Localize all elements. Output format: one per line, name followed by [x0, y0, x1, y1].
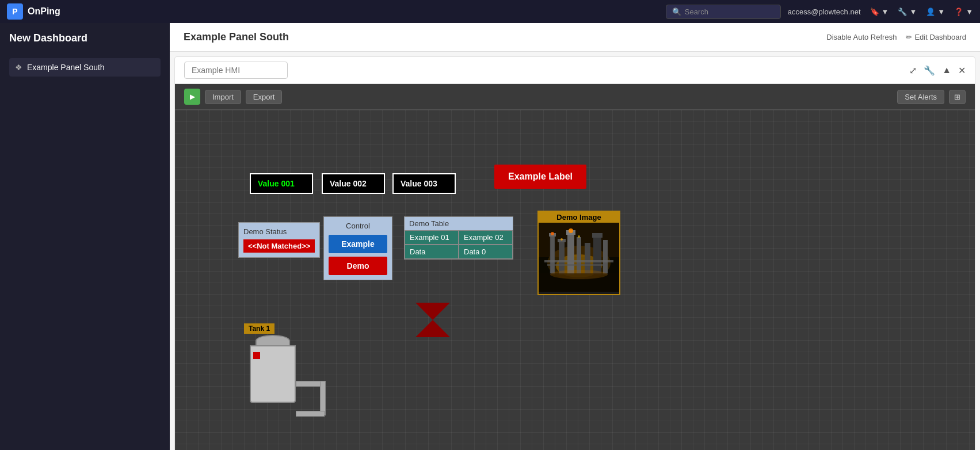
svg-marker-24 [415, 320, 450, 337]
user-icon[interactable]: 👤 ▼ [926, 7, 945, 16]
demo-table-data-row: Data Data 0 [405, 245, 513, 259]
import-button[interactable]: Import [205, 90, 241, 104]
navbar-right: access@plowtech.net 🔖 ▼ 🔧 ▼ 👤 ▼ ❓ ▼ [788, 7, 973, 16]
value-001-box[interactable]: Value 001 [250, 173, 313, 194]
tank-1-element: Tank 1 [244, 323, 302, 404]
hmi-toolbar-right: Set Alerts ⊞ [897, 90, 966, 104]
play-button[interactable]: ▶ [184, 89, 200, 105]
svg-rect-14 [603, 240, 608, 274]
demo-status-title: Demo Status [243, 227, 315, 236]
grid-icon: ⊞ [954, 93, 960, 101]
hmi-canvas: Value 001 Value 002 Value 003 Example La… [175, 110, 975, 450]
hourglass-shape [415, 303, 450, 340]
set-alerts-button[interactable]: Set Alerts [897, 90, 944, 104]
panel-container: ⤢ 🔧 ▲ ✕ ▶ Import Export Set Alerts ⊞ [174, 56, 975, 450]
main-content: Example Panel South Disable Auto Refresh… [170, 23, 980, 450]
table-data2: Data 0 [459, 245, 513, 259]
demo-table: Demo Table Example 01 Example 02 Data Da… [404, 216, 513, 260]
value-002-box[interactable]: Value 002 [322, 173, 385, 194]
sidebar-title: New Dashboard [9, 32, 161, 49]
svg-rect-11 [585, 243, 590, 274]
help-icon[interactable]: ❓ ▼ [954, 7, 973, 16]
svg-rect-13 [592, 233, 603, 238]
svg-rect-12 [593, 234, 601, 274]
user-email[interactable]: access@plowtech.net [788, 7, 861, 16]
panel-header: ⤢ 🔧 ▲ ✕ [175, 57, 975, 84]
value-002-label: Value 002 [330, 179, 367, 188]
close-button[interactable]: ✕ [958, 65, 966, 76]
hmi-toolbar: ▶ Import Export Set Alerts ⊞ [175, 84, 975, 110]
settings-button[interactable]: 🔧 [924, 65, 935, 76]
demo-image-box: Demo Image [537, 211, 620, 295]
demo-image-svg [539, 223, 619, 292]
dashboard-actions: Disable Auto Refresh ✏ Edit Dashboard [826, 33, 966, 41]
search-icon: 🔍 [672, 7, 681, 16]
table-col2: Example 02 [459, 230, 513, 245]
dashboard-title: Example Panel South [184, 31, 289, 43]
hmi-toolbar-left: ▶ Import Export [184, 89, 282, 105]
expand-button[interactable]: ⤢ [909, 65, 917, 76]
grid-button[interactable]: ⊞ [949, 90, 966, 104]
export-button[interactable]: Export [246, 90, 283, 104]
example-label[interactable]: Example Label [494, 165, 586, 189]
svg-point-15 [551, 232, 554, 235]
dashboard-header: Example Panel South Disable Auto Refresh… [170, 23, 980, 52]
edit-dashboard-button[interactable]: ✏ Edit Dashboard [906, 33, 966, 41]
svg-point-17 [569, 228, 573, 233]
sidebar-item-label: Example Panel South [27, 63, 105, 72]
demo-table-title: Demo Table [405, 217, 513, 230]
table-col1: Example 01 [405, 230, 459, 245]
demo-table-header-row: Example 01 Example 02 [405, 230, 513, 245]
svg-rect-6 [559, 240, 565, 274]
svg-rect-8 [567, 231, 574, 274]
svg-point-22 [550, 270, 608, 279]
demo-image-title: Demo Image [539, 212, 619, 223]
disable-auto-refresh-button[interactable]: Disable Auto Refresh [826, 33, 897, 41]
search-input[interactable] [685, 7, 775, 16]
search-box[interactable]: 🔍 [666, 5, 781, 19]
edit-icon: ✏ [906, 33, 912, 41]
bookmark-icon[interactable]: 🔖 ▼ [870, 7, 889, 16]
svg-marker-23 [415, 303, 450, 320]
panel-controls: ⤢ 🔧 ▲ ✕ [909, 65, 966, 76]
panel-title-input[interactable] [184, 62, 288, 79]
svg-point-18 [578, 235, 580, 238]
sidebar-item-example-panel-south[interactable]: ❖ Example Panel South [9, 58, 161, 77]
brand[interactable]: P OnPing [7, 3, 60, 20]
value-001-label: Value 001 [258, 179, 295, 188]
table-data1: Data [405, 245, 459, 259]
svg-point-16 [560, 238, 563, 241]
demo-control-button[interactable]: Demo [329, 257, 387, 275]
svg-rect-19 [544, 260, 613, 262]
tank-label: Tank 1 [244, 323, 274, 334]
brand-icon: P [7, 3, 23, 20]
not-matched-value: <<Not Matched>> [243, 239, 315, 253]
value-003-label: Value 003 [401, 179, 437, 188]
control-title: Control [329, 222, 387, 230]
collapse-button[interactable]: ▲ [942, 65, 951, 75]
wrench-icon[interactable]: 🔧 ▼ [898, 7, 917, 16]
example-control-button[interactable]: Example [329, 235, 387, 253]
brand-name: OnPing [28, 6, 60, 17]
sidebar: New Dashboard ❖ Example Panel South [0, 23, 170, 450]
demo-status-box: Demo Status <<Not Matched>> [238, 222, 320, 258]
svg-rect-10 [577, 237, 581, 274]
value-003-box[interactable]: Value 003 [392, 173, 456, 194]
play-icon: ▶ [190, 93, 195, 101]
svg-rect-20 [547, 264, 605, 266]
panel-icon: ❖ [15, 63, 22, 72]
navbar: P OnPing 🔍 access@plowtech.net 🔖 ▼ 🔧 ▼ 👤… [0, 0, 980, 23]
control-box: Control Example Demo [323, 216, 392, 280]
svg-rect-4 [550, 234, 555, 274]
